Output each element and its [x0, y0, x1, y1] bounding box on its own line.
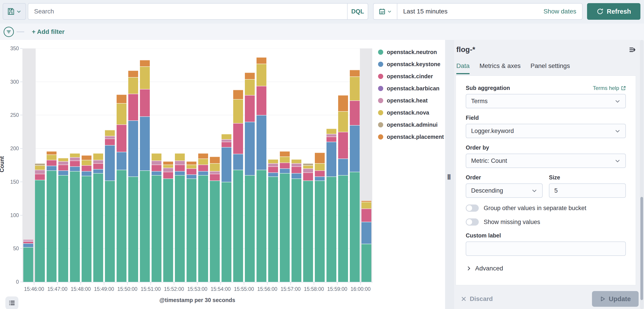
bar-segment[interactable] [233, 154, 243, 170]
bar-segment[interactable] [35, 174, 45, 180]
bar-segment[interactable] [338, 175, 348, 282]
order-select[interactable]: Descending [466, 184, 543, 198]
bar-segment[interactable] [362, 202, 371, 208]
bar-segment[interactable] [82, 160, 92, 165]
bar-segment[interactable] [338, 158, 348, 175]
bar-segment[interactable] [292, 163, 301, 166]
bar-segment[interactable] [315, 152, 325, 163]
bar-segment[interactable] [256, 57, 266, 64]
bar-segment[interactable] [222, 139, 232, 142]
bar-segment[interactable] [186, 161, 196, 164]
bar-segment[interactable] [268, 176, 278, 282]
bar-segment[interactable] [326, 176, 336, 282]
bar-segment[interactable] [303, 163, 313, 165]
bar-segment[interactable] [140, 60, 150, 66]
update-button[interactable]: Update [592, 291, 638, 307]
order-by-select[interactable]: Metric: Count [466, 154, 626, 168]
custom-label-input[interactable] [466, 242, 626, 256]
bar-segment[interactable] [362, 208, 371, 222]
legend-item[interactable]: openstack.neutron [378, 49, 444, 56]
bar-segment[interactable] [163, 161, 173, 164]
bar-segment[interactable] [35, 163, 45, 165]
bar-segment[interactable] [280, 173, 290, 282]
bar-segment[interactable] [198, 153, 208, 158]
field-select[interactable]: Logger.keyword [466, 124, 626, 138]
bar-segment[interactable] [210, 174, 220, 180]
bar-segment[interactable] [222, 147, 232, 182]
bar-segment[interactable] [292, 178, 301, 282]
bar-segment[interactable] [163, 178, 173, 282]
bar-segment[interactable] [268, 172, 278, 176]
bar-segment[interactable] [93, 173, 103, 282]
bar-segment[interactable] [35, 165, 45, 170]
bar-segment[interactable] [23, 247, 33, 282]
tab-panel-settings[interactable]: Panel settings [530, 62, 570, 74]
bar-segment[interactable] [47, 151, 56, 154]
bar-segment[interactable] [152, 160, 162, 164]
bar-segment[interactable] [350, 70, 360, 76]
filter-options-icon[interactable] [4, 27, 14, 37]
bar-segment[interactable] [338, 111, 348, 132]
bar-segment[interactable] [222, 134, 232, 139]
bar-segment[interactable] [47, 166, 56, 170]
bar-segment[interactable] [116, 124, 126, 152]
bar-segment[interactable] [210, 180, 220, 282]
bar-segment[interactable] [140, 116, 150, 170]
bar-segment[interactable] [23, 239, 33, 240]
bar-segment[interactable] [233, 170, 243, 282]
group-other-toggle[interactable] [466, 204, 479, 212]
bar-segment[interactable] [315, 176, 325, 180]
bar-segment[interactable] [152, 175, 162, 282]
bar-segment[interactable] [82, 165, 92, 171]
show-dates-button[interactable]: Show dates [544, 8, 582, 15]
bar-segment[interactable] [268, 166, 278, 172]
bar-segment[interactable] [326, 142, 336, 176]
bar-segment[interactable] [82, 171, 92, 176]
size-input[interactable]: 5 [549, 184, 626, 198]
bar-segment[interactable] [105, 145, 115, 180]
bar-segment[interactable] [175, 171, 185, 175]
bar-segment[interactable] [198, 171, 208, 175]
bar-segment[interactable] [292, 159, 301, 163]
bar-segment[interactable] [128, 120, 138, 176]
bar-segment[interactable] [23, 240, 33, 241]
dql-language-button[interactable]: DQL [347, 4, 368, 19]
bar-segment[interactable] [47, 160, 56, 166]
bar-segment[interactable] [70, 157, 80, 160]
bar-segment[interactable] [58, 164, 68, 171]
bar-segment[interactable] [175, 175, 185, 282]
panel-scrollbar-thumb[interactable] [640, 197, 643, 300]
bar-segment[interactable] [186, 168, 196, 174]
bar-segment[interactable] [362, 222, 371, 244]
bar-segment[interactable] [362, 244, 371, 282]
add-filter-button[interactable]: + Add filter [32, 28, 64, 36]
discard-button[interactable]: Discard [461, 295, 493, 302]
advanced-accordion[interactable]: Advanced [466, 265, 626, 272]
bar-segment[interactable] [105, 136, 115, 138]
bar-segment[interactable] [105, 130, 115, 136]
bar-segment[interactable] [70, 166, 80, 171]
bar-segment[interactable] [58, 175, 68, 282]
bar-segment[interactable] [70, 153, 80, 157]
bar-segment[interactable] [128, 176, 138, 282]
bar-segment[interactable] [58, 170, 68, 175]
bar-segment[interactable] [210, 171, 220, 174]
bar-segment[interactable] [350, 76, 360, 100]
bar-segment[interactable] [326, 134, 336, 136]
sub-aggregation-select[interactable]: Terms [466, 94, 626, 108]
bar-segment[interactable] [93, 169, 103, 173]
refresh-button[interactable]: Refresh [587, 3, 640, 20]
bar-segment[interactable] [116, 152, 126, 170]
bar-segment[interactable] [198, 158, 208, 164]
bar-segment[interactable] [326, 128, 336, 134]
bar-segment[interactable] [93, 153, 103, 160]
bar-segment[interactable] [315, 180, 325, 282]
quick-select-button[interactable] [374, 4, 397, 19]
legend-item[interactable]: openstack.placement [378, 134, 444, 140]
show-missing-toggle[interactable] [466, 218, 479, 226]
bar-segment[interactable] [222, 142, 232, 147]
legend-item[interactable]: openstack.keystone [378, 61, 444, 68]
collapse-panel-icon[interactable] [628, 46, 636, 54]
bar-segment[interactable] [245, 95, 255, 122]
tab-data[interactable]: Data [456, 62, 470, 74]
